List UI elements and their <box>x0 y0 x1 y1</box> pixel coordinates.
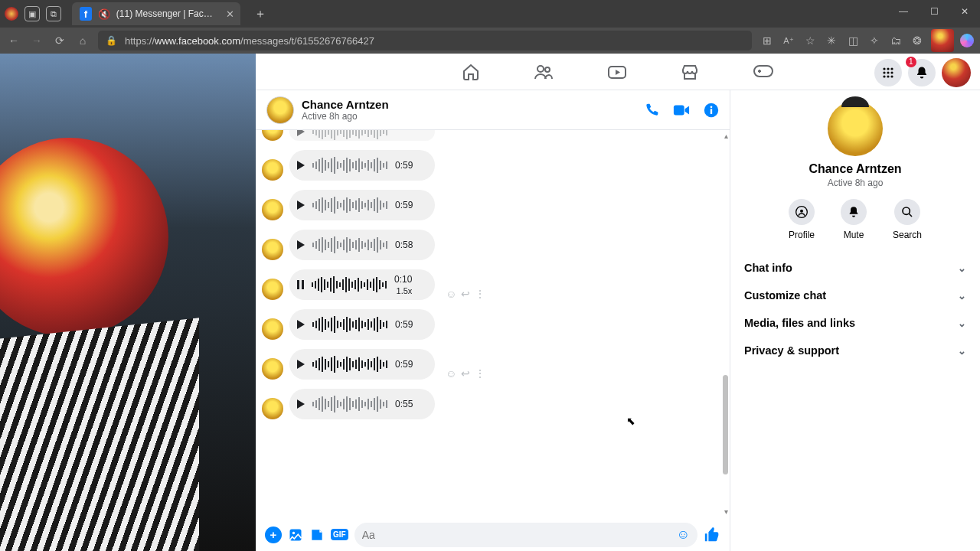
account-avatar[interactable] <box>942 58 971 87</box>
voice-message-bubble[interactable] <box>289 130 435 141</box>
open-more-actions-button[interactable]: + <box>265 527 282 543</box>
voice-message-bubble[interactable]: 0:59 <box>289 309 435 340</box>
message-list[interactable]: ▴ ▾ 0:59 0:59 0:58 <box>256 130 730 517</box>
nav-friends-icon[interactable] <box>534 63 554 81</box>
svg-rect-15 <box>710 109 712 114</box>
reload-icon[interactable]: ⟳ <box>52 34 67 47</box>
lock-icon[interactable]: 🔒 <box>106 35 117 46</box>
info-name[interactable]: Chance Arntzen <box>738 162 972 176</box>
play-icon[interactable] <box>297 130 305 136</box>
nav-marketplace-icon[interactable] <box>681 63 699 81</box>
voice-message-bubble[interactable]: 0:59 <box>289 150 435 181</box>
workspaces-icon[interactable]: ▣ <box>24 6 40 21</box>
reply-icon[interactable]: ↩ <box>461 367 470 380</box>
svg-point-4 <box>883 67 885 70</box>
forward-icon: → <box>29 34 44 47</box>
gif-button[interactable]: GIF <box>331 529 348 540</box>
contact-avatar[interactable] <box>266 96 294 124</box>
collections-icon[interactable]: 🗂 <box>888 34 903 47</box>
contact-name[interactable]: Chance Arntzen <box>302 98 389 111</box>
tab-actions-icon[interactable]: ⧉ <box>46 6 61 21</box>
browser-essentials-icon[interactable]: ❂ <box>910 34 925 47</box>
reply-icon[interactable]: ↩ <box>461 288 470 300</box>
message-input[interactable] <box>362 529 677 541</box>
voice-message-bubble[interactable]: 0:58 <box>289 230 435 260</box>
voice-message-row: 0:59 <box>262 309 722 340</box>
close-tab-icon[interactable]: ✕ <box>226 8 234 20</box>
window-close-button[interactable]: ✕ <box>949 0 980 23</box>
read-aloud-icon[interactable]: A⁺ <box>781 36 796 46</box>
new-tab-button[interactable]: ＋ <box>254 6 266 22</box>
scroll-down-icon[interactable]: ▾ <box>724 507 728 516</box>
react-icon[interactable]: ☺ <box>446 288 456 300</box>
browser-avatar-icon[interactable] <box>931 29 954 52</box>
search-action[interactable]: Search <box>893 199 922 240</box>
scroll-up-icon[interactable]: ▴ <box>724 132 728 140</box>
playback-speed[interactable]: 1.5x <box>397 286 413 295</box>
scrollbar-thumb[interactable] <box>723 375 728 474</box>
info-avatar[interactable] <box>828 101 883 156</box>
sender-avatar[interactable] <box>262 199 283 220</box>
info-section-row[interactable]: Chat info⌄ <box>738 254 972 282</box>
more-icon[interactable]: ⋮ <box>475 367 485 380</box>
stickers-icon[interactable] <box>309 527 325 543</box>
voice-duration: 0:10 <box>394 274 412 285</box>
play-icon[interactable] <box>297 240 305 249</box>
play-icon[interactable] <box>297 360 305 369</box>
window-minimize-button[interactable]: ― <box>888 0 919 23</box>
home-icon[interactable]: ⌂ <box>75 34 90 47</box>
sender-avatar[interactable] <box>262 398 283 419</box>
copilot-icon[interactable] <box>960 34 974 47</box>
url-field[interactable]: 🔒 https://www.facebook.com/messages/t/61… <box>98 31 752 51</box>
nav-gaming-icon[interactable] <box>753 63 774 81</box>
sender-avatar[interactable] <box>262 279 283 300</box>
pause-icon[interactable] <box>297 280 304 289</box>
sender-avatar[interactable] <box>262 159 283 181</box>
send-like-button[interactable] <box>704 527 720 543</box>
info-section-label: Customize chat <box>744 289 826 302</box>
voice-message-bubble[interactable]: 0:59 <box>289 190 435 220</box>
attach-image-icon[interactable] <box>288 527 303 543</box>
more-icon[interactable]: ⋮ <box>475 288 485 300</box>
voice-message-bubble[interactable]: 0:59 <box>289 349 435 380</box>
nav-video-icon[interactable] <box>607 63 627 81</box>
svg-point-9 <box>890 71 893 73</box>
message-input-wrapper[interactable]: ☺ <box>354 523 697 547</box>
info-section-row[interactable]: Customize chat⌄ <box>738 282 972 309</box>
sender-avatar[interactable] <box>262 318 283 340</box>
browser-profile-icon[interactable] <box>5 7 18 21</box>
emoji-picker-icon[interactable]: ☺ <box>677 527 690 543</box>
mute-action[interactable]: Mute <box>841 199 867 240</box>
audio-call-icon[interactable] <box>644 103 659 118</box>
back-icon[interactable]: ← <box>6 34 21 47</box>
play-icon[interactable] <box>297 161 305 170</box>
play-icon[interactable] <box>297 320 305 329</box>
favorite-icon[interactable]: ☆ <box>802 34 818 47</box>
sender-avatar[interactable] <box>262 130 283 141</box>
voice-message-bubble[interactable]: 0:101.5x <box>289 269 435 300</box>
window-maximize-button[interactable]: ☐ <box>919 0 949 23</box>
play-icon[interactable] <box>297 201 305 210</box>
favorites-bar-icon[interactable]: ✧ <box>867 34 882 47</box>
split-screen-icon[interactable]: ◫ <box>845 34 861 47</box>
tab-mute-icon[interactable]: 🔇 <box>98 8 110 20</box>
play-icon[interactable] <box>297 399 305 409</box>
menu-grid-button[interactable] <box>874 59 902 86</box>
conversation-info-icon[interactable] <box>704 103 719 118</box>
notifications-button[interactable]: 1 <box>908 59 936 86</box>
info-section-row[interactable]: Privacy & support⌄ <box>738 337 972 364</box>
voice-message-bubble[interactable]: 0:55 <box>289 389 435 419</box>
nav-home-icon[interactable] <box>462 63 480 81</box>
react-icon[interactable]: ☺ <box>446 367 456 380</box>
profile-action[interactable]: Profile <box>789 199 815 240</box>
video-call-icon[interactable] <box>673 103 690 118</box>
extensions-icon[interactable]: ✳ <box>824 34 839 47</box>
svg-point-7 <box>883 71 885 73</box>
sender-avatar[interactable] <box>262 239 283 260</box>
sender-avatar[interactable] <box>262 358 283 380</box>
svg-point-1 <box>545 67 550 72</box>
app-available-icon[interactable]: ⊞ <box>760 34 775 47</box>
svg-point-6 <box>890 67 893 70</box>
browser-tab[interactable]: f 🔇 (11) Messenger | Facebook ✕ <box>72 2 240 25</box>
info-section-row[interactable]: Media, files and links⌄ <box>738 309 972 337</box>
